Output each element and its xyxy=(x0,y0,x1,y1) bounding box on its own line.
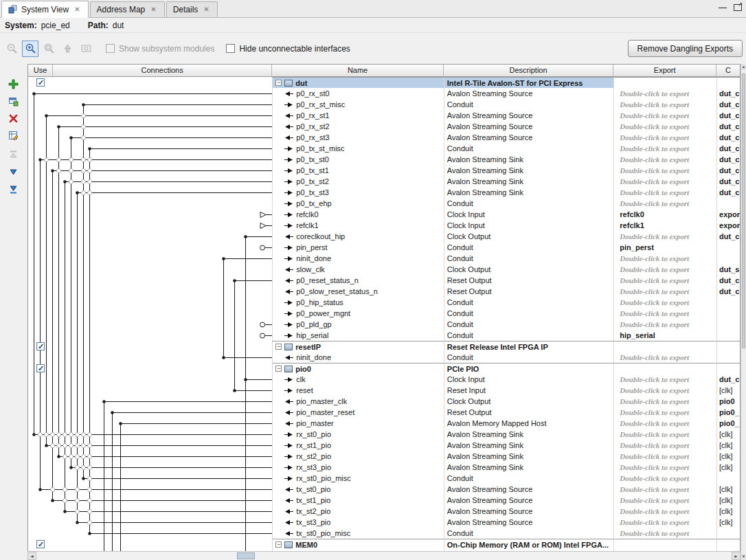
interface-row[interactable]: tx_st3_pioAvalon Streaming SourceDouble-… xyxy=(28,517,740,528)
module-row[interactable]: −resetIPReset Release Intel FPGA IP xyxy=(28,341,740,352)
export-cell[interactable]: Double-click to export xyxy=(613,418,716,429)
export-cell[interactable]: pin_perst xyxy=(613,242,716,253)
clock-cell[interactable]: dut_c xyxy=(716,176,740,187)
export-cell[interactable]: Double-click to export xyxy=(613,484,716,495)
scroll-left-icon[interactable]: ◄ xyxy=(27,552,36,560)
name-cell[interactable]: −MEM0 xyxy=(272,539,444,550)
export-cell[interactable]: Double-click to export xyxy=(613,264,716,275)
name-cell[interactable]: p0_tx_ehp xyxy=(272,198,444,209)
interface-row[interactable]: tx_st1_pioAvalon Streaming SourceDouble-… xyxy=(28,495,740,506)
interface-row[interactable]: pio_masterAvalon Memory Mapped HostDoubl… xyxy=(28,418,740,429)
name-cell[interactable]: p0_rx_st3 xyxy=(272,132,444,143)
export-cell[interactable]: Double-click to export xyxy=(613,253,716,264)
column-header-connections[interactable]: Connections xyxy=(53,65,272,77)
interface-row[interactable]: p0_tx_st_miscConduitDouble-click to expo… xyxy=(28,143,740,154)
interface-row[interactable]: p0_pld_gpConduitDouble-click to export xyxy=(28,319,740,330)
interface-row[interactable]: p0_tx_st2Avalon Streaming SinkDouble-cli… xyxy=(28,176,740,187)
interface-row[interactable]: p0_slow_reset_status_nReset OutputDouble… xyxy=(28,286,740,297)
interface-row[interactable]: pin_perstConduitpin_perst xyxy=(28,242,740,253)
clock-cell[interactable] xyxy=(716,528,740,539)
export-cell[interactable]: hip_serial xyxy=(613,330,716,341)
interface-row[interactable]: p0_power_mgntConduitDouble-click to expo… xyxy=(28,308,740,319)
module-row[interactable]: −MEM0On-Chip Memory (RAM or ROM) Intel F… xyxy=(28,539,740,550)
name-cell[interactable]: p0_reset_status_n xyxy=(272,275,444,286)
export-cell[interactable]: Double-click to export xyxy=(613,110,716,121)
snapshot-button[interactable] xyxy=(78,41,94,57)
export-cell[interactable]: Double-click to export xyxy=(613,495,716,506)
interface-row[interactable]: clkClock InputDouble-click to exportdut_… xyxy=(28,374,740,385)
close-icon[interactable]: ✕ xyxy=(202,5,210,14)
name-cell[interactable]: tx_st3_pio xyxy=(272,517,444,528)
module-row[interactable]: −dutIntel R-Tile Avalon-ST for PCI Expre… xyxy=(28,77,740,88)
move-top-button[interactable] xyxy=(5,147,21,162)
interface-row[interactable]: slow_clkClock OutputDouble-click to expo… xyxy=(28,264,740,275)
name-cell[interactable]: pin_perst xyxy=(272,242,444,253)
export-cell[interactable]: Double-click to export xyxy=(613,297,716,308)
clock-cell[interactable]: dut_c xyxy=(716,99,740,110)
module-row[interactable]: −pio0PCIe PIO xyxy=(28,363,740,374)
export-cell[interactable]: refclk1 xyxy=(613,220,716,231)
clock-cell[interactable]: pio0_ xyxy=(716,418,740,429)
interface-row[interactable]: p0_rx_st1Avalon Streaming SourceDouble-c… xyxy=(28,110,740,121)
name-cell[interactable]: −pio0 xyxy=(272,363,444,374)
name-cell[interactable]: rx_st2_pio xyxy=(272,451,444,462)
clock-cell[interactable]: [clk] xyxy=(716,517,740,528)
column-header-name[interactable]: Name xyxy=(272,65,444,77)
use-checkbox[interactable] xyxy=(36,78,45,87)
clock-cell[interactable]: dut_c xyxy=(716,88,740,99)
interface-row[interactable]: p0_hip_statusConduitDouble-click to expo… xyxy=(28,297,740,308)
export-cell[interactable]: Double-click to export xyxy=(613,286,716,297)
name-cell[interactable]: tx_st0_pio_misc xyxy=(272,528,444,539)
export-cell[interactable]: Double-click to export xyxy=(613,308,716,319)
clock-cell[interactable]: pio0 xyxy=(716,396,740,407)
clock-cell[interactable]: [clk] xyxy=(716,385,740,396)
name-cell[interactable]: p0_tx_st1 xyxy=(272,165,444,176)
interface-row[interactable]: rx_st3_pioAvalon Streaming SinkDouble-cl… xyxy=(28,462,740,473)
export-cell[interactable]: Double-click to export xyxy=(613,88,716,99)
name-cell[interactable]: coreclkout_hip xyxy=(272,231,444,242)
column-header-use[interactable]: Use xyxy=(28,65,53,77)
export-cell[interactable]: Double-click to export xyxy=(613,121,716,132)
export-cell[interactable]: Double-click to export xyxy=(613,165,716,176)
interface-row[interactable]: refclk0Clock Inputrefclk0expor xyxy=(28,209,740,220)
interface-row[interactable]: pio_master_clkClock OutputDouble-click t… xyxy=(28,396,740,407)
interface-row[interactable]: pio_master_resetReset OutputDouble-click… xyxy=(28,407,740,418)
use-checkbox[interactable] xyxy=(36,364,45,372)
interface-row[interactable]: p0_rx_st0Avalon Streaming SourceDouble-c… xyxy=(28,88,740,99)
interface-row[interactable]: tx_st0_pio_miscConduitDouble-click to ex… xyxy=(28,528,740,539)
export-cell[interactable]: Double-click to export xyxy=(613,319,716,330)
name-cell[interactable]: p0_power_mgnt xyxy=(272,308,444,319)
name-cell[interactable]: p0_tx_st_misc xyxy=(272,143,444,154)
clock-cell[interactable] xyxy=(716,352,740,363)
hide-unconnectable-checkbox-group[interactable]: Hide unconnectable interfaces xyxy=(226,44,350,54)
name-cell[interactable]: hip_serial xyxy=(272,330,444,341)
tab-details[interactable]: Details ✕ xyxy=(166,1,218,17)
hide-unconnectable-checkbox[interactable] xyxy=(226,44,235,53)
move-down-button[interactable] xyxy=(5,164,21,179)
interface-row[interactable]: hip_serialConduithip_serial xyxy=(28,330,740,341)
edit-button[interactable] xyxy=(5,128,21,143)
close-icon[interactable]: ✕ xyxy=(149,5,157,14)
export-cell[interactable] xyxy=(613,363,716,374)
name-cell[interactable]: tx_st1_pio xyxy=(272,495,444,506)
interface-row[interactable]: p0_tx_st1Avalon Streaming SinkDouble-cli… xyxy=(28,165,740,176)
name-cell[interactable]: p0_rx_st2 xyxy=(272,121,444,132)
clock-cell[interactable] xyxy=(716,363,740,374)
export-cell[interactable]: Double-click to export xyxy=(613,132,716,143)
zoom-fit-button[interactable] xyxy=(41,41,57,57)
clock-cell[interactable]: dut_c xyxy=(716,143,740,154)
export-cell[interactable]: Double-click to export xyxy=(613,462,716,473)
name-cell[interactable]: pio_master_reset xyxy=(272,407,444,418)
column-header-export[interactable]: Export xyxy=(613,65,716,77)
interface-row[interactable]: p0_tx_st0Avalon Streaming SinkDouble-cli… xyxy=(28,154,740,165)
export-cell[interactable]: Double-click to export xyxy=(613,275,716,286)
scroll-up-icon[interactable]: ▲ xyxy=(741,64,746,70)
float-window-icon[interactable] xyxy=(734,4,742,11)
export-cell[interactable]: Double-click to export xyxy=(613,528,716,539)
use-checkbox[interactable] xyxy=(36,540,45,548)
export-cell[interactable]: Double-click to export xyxy=(613,374,716,385)
export-cell[interactable]: Double-click to export xyxy=(613,154,716,165)
name-cell[interactable]: rx_st1_pio xyxy=(272,440,444,451)
clock-cell[interactable] xyxy=(716,77,740,88)
use-checkbox[interactable] xyxy=(36,342,45,350)
